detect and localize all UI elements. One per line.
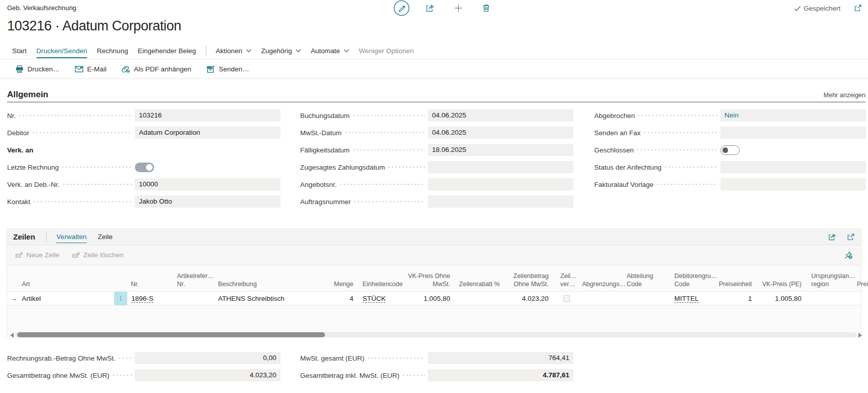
column-header-zeil-ver[interactable]: Zeil… ver… — [560, 272, 582, 292]
share-button[interactable] — [425, 4, 435, 13]
delete-button[interactable] — [482, 4, 491, 13]
field-rechnungsrabatt-value[interactable]: 0,00 — [135, 352, 280, 364]
field-senden-an-fax-value[interactable] — [720, 127, 866, 139]
field-nr-value[interactable]: 103216 — [135, 109, 280, 122]
field-fakturalauf-vorlage-value[interactable] — [720, 178, 866, 190]
lines-menu-verwalten[interactable]: Verwalten — [56, 230, 86, 243]
cell-prei[interactable] — [857, 292, 868, 305]
tab-automate[interactable]: Automate — [311, 44, 349, 58]
field-faelligkeitsdatum-value[interactable]: 18.06.2025 — [428, 144, 573, 156]
send-button[interactable]: Senden… — [206, 65, 249, 73]
cell-zeilenrabatt[interactable] — [453, 292, 500, 305]
field-mwst-datum-value[interactable]: 04.06.2025 — [428, 127, 573, 139]
cell-artikelref[interactable] — [177, 292, 218, 305]
cell-debitorengruppe-link[interactable]: MITTEL — [674, 295, 699, 302]
leader-dots — [665, 164, 717, 171]
cell-ursprungsland[interactable] — [811, 292, 858, 305]
field-auftragsnummer-value[interactable] — [428, 195, 573, 208]
tab-drucken-senden[interactable]: Drucken/Senden — [37, 44, 88, 58]
field-abgebrochen-value[interactable]: Nein — [720, 109, 866, 122]
lines-card-header: Zeilen Verwalten Zeile — [7, 229, 861, 245]
share-icon — [425, 4, 435, 13]
tab-start[interactable]: Start — [12, 44, 27, 58]
tab-zugehoerig[interactable]: Zugehörig — [261, 44, 301, 58]
cell-abteilung[interactable] — [627, 292, 667, 305]
tab-rechnung[interactable]: Rechnung — [97, 44, 128, 58]
cell-zeilenbetrag[interactable]: 4.023,20 — [501, 292, 549, 305]
column-header-ursprungsland[interactable]: Ursprungslan… region — [811, 272, 858, 292]
email-button[interactable]: E-Mail — [75, 65, 106, 73]
field-gesamt-inkl-mwst-value[interactable]: 4.787,61 — [428, 369, 573, 381]
cell-einheitencode-link[interactable]: STÜCK — [363, 295, 386, 302]
chevron-down-icon — [344, 49, 349, 53]
tab-eingehender-beleg[interactable]: Eingehender Beleg — [138, 44, 196, 58]
field-verk-an-deb-nr-value[interactable]: 10000 — [135, 178, 280, 190]
leader-dots — [63, 181, 132, 188]
scroll-left-arrow[interactable] — [10, 333, 14, 338]
column-header-prei[interactable]: Prei — [857, 280, 868, 292]
attach-pdf-button[interactable]: Als PDF anhängen — [121, 65, 191, 73]
column-header-nr[interactable]: Nr. — [131, 280, 176, 292]
unpin-button[interactable] — [844, 251, 853, 259]
show-more-link[interactable]: Mehr anzeigen — [823, 92, 865, 99]
scroll-right-arrow[interactable] — [858, 333, 862, 338]
cell-vk-preis-pe[interactable]: 1.005,80 — [758, 292, 802, 305]
scrollbar-thumb[interactable] — [17, 332, 325, 337]
row-menu-button[interactable]: ⋮ — [114, 292, 127, 305]
print-button[interactable]: Drucken… — [15, 65, 60, 73]
cell-menge[interactable]: 4 — [327, 292, 353, 305]
column-header-vk-preis-pe[interactable]: VK-Preis (PE) — [758, 280, 802, 292]
field-mwst-gesamt-value[interactable]: 764,41 — [428, 352, 573, 364]
new-line-button[interactable]: Neue Zeile — [15, 251, 59, 259]
field-gesamt-ohne-mwst-value[interactable]: 4.023,20 — [135, 369, 280, 381]
delete-line-button[interactable]: Zeile löschen — [72, 251, 124, 259]
column-header-artikelref[interactable]: Artikelrefer… Nr. — [177, 272, 218, 292]
edit-button[interactable] — [393, 0, 410, 16]
cell-beschreibung[interactable]: ATHENS Schreibtisch — [218, 292, 319, 305]
lines-menu-zeile[interactable]: Zeile — [98, 230, 113, 243]
new-line-icon — [15, 251, 23, 259]
field-mwst-gesamt: MwSt. gesamt (EUR) 764,41 — [300, 349, 573, 367]
field-auftragsnummer-label: Auftragsnummer — [300, 198, 351, 206]
column-header-zeilenrabatt[interactable]: Zeilenrabatt % — [453, 280, 500, 292]
tab-aktionen[interactable]: Aktionen — [216, 44, 252, 58]
field-buchungsdatum-value[interactable]: 04.06.2025 — [428, 109, 573, 122]
general-section-heading[interactable]: Allgemein — [7, 90, 48, 100]
field-kontakt-value[interactable]: Jakob Otto — [135, 195, 280, 208]
column-header-beschreibung[interactable]: Beschreibung — [218, 280, 319, 292]
send-icon — [206, 65, 215, 73]
column-header-preiseinheit[interactable]: Preiseinheit — [714, 280, 752, 292]
field-debitor-value[interactable]: Adatum Corporation — [135, 127, 280, 139]
lines-heading: Zeilen — [13, 232, 35, 241]
expand-icon[interactable] — [847, 233, 855, 241]
field-status-der-anfechtung: Status der Anfechtung — [594, 159, 866, 176]
cell-art[interactable]: Artikel — [22, 292, 108, 305]
column-header-abteilung[interactable]: Abteilung Code — [627, 272, 667, 292]
popout-button[interactable] — [854, 4, 862, 12]
column-header-menge[interactable]: Menge — [327, 280, 353, 292]
letzte-rechnung-toggle[interactable] — [135, 163, 154, 172]
tab-zugehoerig-label: Zugehörig — [261, 47, 292, 55]
table-row[interactable]: → Artikel ⋮ 1896-S ATHENS Schreibtisch 4… — [7, 291, 861, 305]
cell-vk-preis[interactable]: 1.005,80 — [397, 292, 450, 305]
column-header-abgrenzungs[interactable]: Abgrenzungs… — [582, 280, 626, 292]
cell-nr-link[interactable]: 1896-S — [131, 295, 154, 302]
field-angebotsnr-value[interactable] — [428, 178, 573, 190]
column-header-vk-preis[interactable]: VK-Preis Ohne MwSt. — [397, 272, 450, 292]
leader-dots — [638, 112, 717, 119]
geschlossen-toggle[interactable] — [720, 145, 740, 155]
field-rechnungsrabatt: Rechnungsrab.-Betrag Ohne MwSt. 0,00 — [7, 349, 280, 367]
share-icon[interactable] — [828, 233, 837, 241]
field-zugesagtes-zahlungsdatum-value[interactable] — [428, 161, 573, 173]
tab-weniger-optionen[interactable]: Weniger Optionen — [359, 44, 414, 58]
column-header-art[interactable]: Art — [22, 280, 108, 292]
cell-abgrenzungs[interactable] — [582, 292, 626, 305]
breadcrumb[interactable]: Geb. Verkaufsrechnung — [7, 4, 77, 12]
field-status-der-anfechtung-value[interactable] — [720, 161, 866, 173]
field-buchungsdatum: Buchungsdatum 04.06.2025 — [300, 107, 573, 124]
cell-preiseinheit[interactable]: 1 — [714, 292, 752, 305]
column-header-zeilenbetrag[interactable]: Zeilenbetrag Ohne MwSt. — [501, 272, 549, 292]
add-button[interactable] — [454, 4, 463, 13]
scrollbar-track[interactable] — [15, 332, 856, 337]
zeil-ver-checkbox[interactable] — [563, 295, 570, 302]
